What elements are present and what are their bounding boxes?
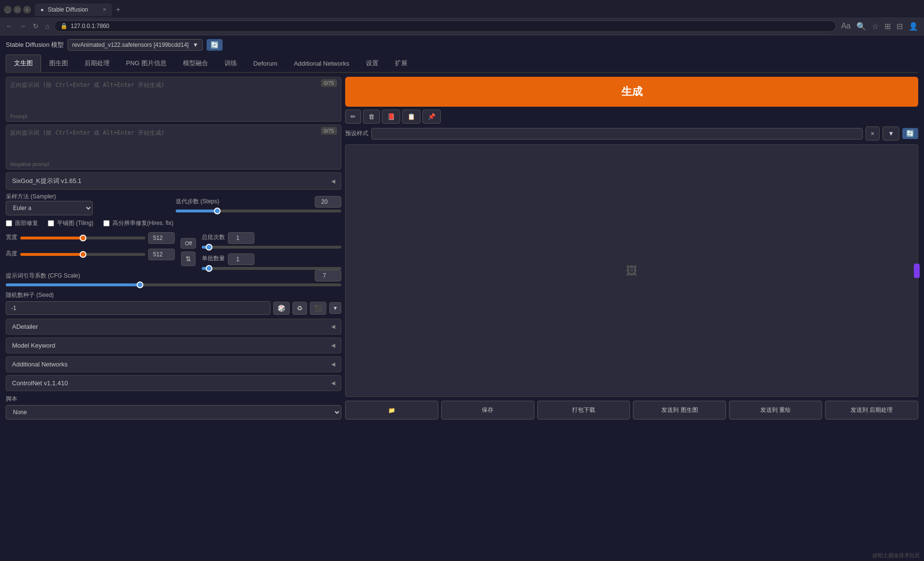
gen-tool-edit-btn[interactable]: ✏	[345, 110, 361, 124]
face-restore-input[interactable]	[6, 220, 12, 226]
seed-group: 随机数种子 (Seed) -1 🎲 ♻ ⬛ ▼	[6, 291, 341, 315]
batch-count-label: 总批次数	[202, 233, 225, 241]
preset-dropdown-btn[interactable]: ▼	[882, 126, 899, 140]
steps-slider[interactable]	[176, 210, 341, 212]
cfg-slider[interactable]	[6, 283, 341, 286]
folder-btn[interactable]: 📁	[345, 401, 438, 420]
preset-refresh-btn[interactable]: 🔄	[902, 128, 918, 139]
seed-dice-btn[interactable]: 🎲	[273, 302, 290, 315]
browser-minimize[interactable]: _	[4, 6, 12, 14]
tiling-input[interactable]	[48, 220, 54, 226]
model-refresh-btn[interactable]: 🔄	[207, 39, 223, 51]
height-control-row: 高度 512	[6, 249, 175, 260]
steps-input[interactable]: 20	[315, 196, 341, 208]
generate-column: 生成 ✏ 🗑 📕 📋 📌 预设样式 × ▼ 🔄	[345, 77, 918, 140]
tab-icon: ●	[41, 7, 44, 13]
height-slider-fill	[20, 253, 83, 256]
additional-networks-accordion-header[interactable]: Additional Networks ◀	[6, 357, 341, 372]
new-tab-btn[interactable]: +	[112, 3, 124, 16]
generate-btn[interactable]: 生成	[345, 77, 918, 107]
gen-tool-paste-btn[interactable]: 📌	[422, 110, 441, 124]
tab-merge[interactable]: 模型融合	[175, 55, 216, 72]
sampler-select[interactable]: Euler a	[6, 201, 93, 215]
bookmark-star-btn[interactable]: ☆	[870, 21, 881, 32]
send-redraw-btn[interactable]: 发送到 重绘	[729, 401, 822, 420]
send-postprocess-btn[interactable]: 发送到 后期处理	[825, 401, 918, 420]
profile-btn[interactable]: 👤	[907, 21, 920, 32]
model-keyword-accordion-label: Model Keyword	[12, 342, 56, 349]
script-select[interactable]: None	[6, 405, 341, 420]
positive-prompt-input[interactable]	[6, 77, 341, 111]
nav-forward-btn[interactable]: →	[17, 21, 28, 31]
height-slider[interactable]	[20, 253, 145, 256]
model-select-dropdown[interactable]: revAnimated_v122.safetensors [4199bcdd14…	[68, 39, 202, 51]
seed-dropdown-btn[interactable]: ▼	[329, 302, 341, 314]
batch-size-slider[interactable]	[202, 267, 341, 270]
off-btn[interactable]: Off	[181, 238, 196, 249]
purple-sidebar-handle[interactable]	[914, 264, 920, 278]
width-slider[interactable]	[20, 237, 145, 239]
tab-extensions[interactable]: 扩展	[387, 55, 416, 72]
preset-clear-btn[interactable]: ×	[866, 126, 880, 140]
sampler-label: 采样方法 (Sampler)	[6, 193, 170, 201]
model-keyword-accordion-header[interactable]: Model Keyword ◀	[6, 338, 341, 353]
sampler-steps-row: 采样方法 (Sampler) Euler a 迭代步数 (Steps) 20	[6, 193, 341, 215]
cfg-slider-thumb	[137, 281, 143, 288]
collections-btn[interactable]: ⊞	[882, 21, 893, 32]
hires-fix-input[interactable]	[103, 220, 110, 226]
split-btn[interactable]: ⊟	[895, 21, 905, 32]
tab-txt2img[interactable]: 文生图	[6, 55, 41, 72]
preset-input[interactable]	[371, 128, 863, 140]
cfg-input[interactable]: 7	[315, 270, 341, 281]
gen-tool-bookmark-btn[interactable]: 📕	[382, 110, 400, 124]
face-restore-label: 面部修复	[15, 219, 38, 227]
pack-download-btn[interactable]: 打包下载	[537, 401, 630, 420]
gen-tool-delete-btn[interactable]: 🗑	[363, 110, 380, 124]
batch-count-input[interactable]: 1	[228, 232, 254, 244]
browser-tab-active[interactable]: ● Stable Diffusion ×	[35, 3, 112, 16]
tab-close-btn[interactable]: ×	[103, 6, 106, 13]
nav-back-btn[interactable]: ←	[4, 21, 14, 31]
nav-home-btn[interactable]: ⌂	[43, 21, 51, 31]
adetailer-accordion-header[interactable]: ADetailer ◀	[6, 319, 341, 334]
address-bar[interactable]: 🔒 127.0.0.1:7860	[54, 20, 836, 32]
negative-prompt-input[interactable]	[6, 125, 341, 159]
face-restore-checkbox[interactable]: 面部修复	[6, 219, 38, 227]
adetailer-accordion: ADetailer ◀	[6, 319, 341, 335]
send-inpaint-btn[interactable]: 发送到 图生图	[633, 401, 726, 420]
hires-fix-label: 高分辨率修复(Hires. fix)	[112, 219, 174, 227]
save-btn[interactable]: 保存	[441, 401, 534, 420]
action-buttons-row: 📁 保存 打包下载 发送到 图生图 发送到 重绘 发送到 后期处理	[345, 401, 918, 420]
tab-settings[interactable]: 设置	[358, 55, 387, 72]
tiling-checkbox[interactable]: 平铺图 (Tiling)	[48, 219, 94, 227]
tab-additional-networks[interactable]: Additional Networks	[286, 55, 358, 72]
tab-postprocess[interactable]: 后期处理	[76, 55, 118, 72]
nav-refresh-btn[interactable]: ↻	[31, 21, 41, 31]
tab-deforum[interactable]: Deforum	[245, 55, 286, 72]
tab-img2img[interactable]: 图生图	[41, 55, 76, 72]
model-label: Stable Diffusion 模型	[6, 41, 64, 49]
seed-recycle-btn[interactable]: ♻	[293, 302, 307, 315]
controlnet-accordion-header[interactable]: ControlNet v1.1.410 ◀	[6, 376, 341, 391]
tab-train[interactable]: 训练	[216, 55, 245, 72]
width-group: 宽度 512	[6, 232, 175, 244]
sixgod-accordion-arrow-icon: ◀	[331, 178, 335, 184]
gen-tool-copy-btn[interactable]: 📋	[402, 110, 420, 124]
translate-btn[interactable]: Aa	[839, 21, 853, 31]
browser-close[interactable]: ×	[23, 6, 31, 14]
tab-bar: _ □ × ● Stable Diffusion × +	[0, 0, 924, 17]
batch-size-input[interactable]: 1	[228, 253, 254, 265]
swap-dimensions-btn[interactable]: ⇅	[181, 252, 196, 266]
hires-fix-checkbox[interactable]: 高分辨率修复(Hires. fix)	[103, 219, 174, 227]
tab-png-info[interactable]: PNG 图片信息	[118, 55, 175, 72]
search-btn[interactable]: 🔍	[854, 21, 868, 32]
sixgod-accordion-header[interactable]: SixGod_K提示词 v1.65.1 ◀	[6, 173, 341, 189]
controlnet-accordion: ControlNet v1.1.410 ◀	[6, 375, 341, 391]
sixgod-accordion-label: SixGod_K提示词 v1.65.1	[12, 177, 82, 185]
seed-extra-btn[interactable]: ⬛	[310, 302, 326, 315]
seed-input[interactable]: -1	[6, 301, 270, 315]
batch-count-slider[interactable]	[202, 246, 341, 249]
height-input[interactable]: 512	[148, 249, 175, 260]
browser-restore[interactable]: □	[14, 6, 21, 14]
width-input[interactable]: 512	[148, 232, 175, 244]
